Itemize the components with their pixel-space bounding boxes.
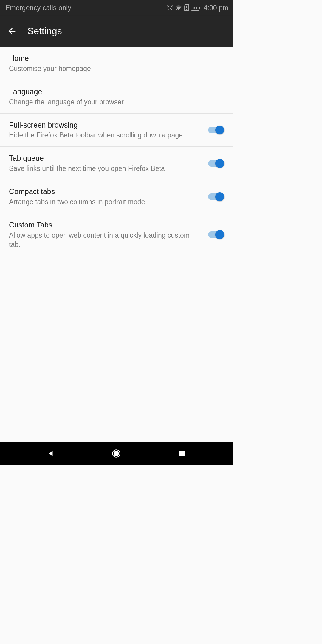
nav-home-button[interactable] [104,445,128,462]
setting-title: Full-screen browsing [9,120,202,130]
triangle-back-icon [47,450,55,457]
setting-title: Custom Tabs [9,220,202,230]
app-bar: Settings [0,16,233,47]
tab-queue-toggle[interactable] [207,157,224,169]
setting-summary: Arrange tabs in two columns in portrait … [9,197,202,207]
setting-summary: Allow apps to open web content in a quic… [9,231,202,249]
setting-title: Compact tabs [9,187,202,197]
setting-title: Home [9,53,218,64]
status-bar: Emergency calls only 100 [0,0,233,16]
svg-rect-3 [186,9,187,10]
custom-tabs-toggle[interactable] [207,229,224,241]
square-recent-icon [178,450,185,457]
back-button[interactable] [5,24,19,38]
setting-summary: Customise your homepage [9,64,218,73]
carrier-text: Emergency calls only [5,4,71,12]
page-title: Settings [27,26,62,37]
setting-summary: Hide the Firefox Beta toolbar when scrol… [9,131,202,140]
wifi-icon [175,5,182,11]
setting-summary: Save links until the next time you open … [9,164,202,173]
fullscreen-toggle[interactable] [207,124,224,136]
setting-tab-queue[interactable]: Tab queue Save links until the next time… [0,147,233,180]
alarm-icon [167,4,173,11]
setting-compact-tabs[interactable]: Compact tabs Arrange tabs in two columns… [0,180,233,213]
setting-custom-tabs[interactable]: Custom Tabs Allow apps to open web conte… [0,213,233,256]
battery-icon: 100 [191,5,199,11]
setting-title: Tab queue [9,153,202,163]
setting-fullscreen-browsing[interactable]: Full-screen browsing Hide the Firefox Be… [0,114,233,147]
svg-point-1 [176,9,177,10]
svg-point-5 [114,451,119,456]
navigation-bar [0,442,233,465]
battery-level: 100 [192,6,198,10]
setting-summary: Change the language of your browser [9,97,218,107]
svg-rect-6 [179,451,185,456]
circle-home-icon [112,449,121,458]
settings-list[interactable]: Home Customise your homepage Language Ch… [0,47,233,442]
arrow-left-icon [7,26,17,36]
setting-language[interactable]: Language Change the language of your bro… [0,80,233,114]
compact-tabs-toggle[interactable] [207,191,224,203]
nav-recent-button[interactable] [170,445,194,462]
setting-home[interactable]: Home Customise your homepage [0,47,233,80]
status-icons: 100 4:00 pm [167,4,228,12]
clock-text: 4:00 pm [204,4,228,12]
sim-alert-icon [184,4,189,11]
nav-back-button[interactable] [39,445,63,462]
svg-rect-2 [186,6,187,8]
setting-title: Language [9,87,218,97]
